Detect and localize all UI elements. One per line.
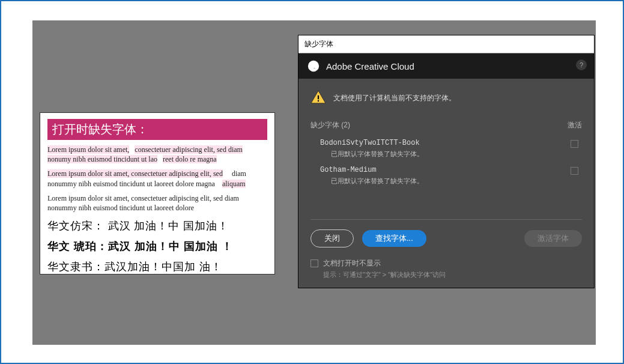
- font-substitution-note: 已用默认字体替换了缺失字体。: [320, 177, 423, 186]
- font-substitution-note: 已用默认字体替换了缺失字体。: [320, 150, 423, 159]
- missing-fonts-dialog: 缺少字体 Adobe Creative Cloud ? 文档使用了计算机当前不支…: [298, 35, 595, 288]
- font-name: Gotham-Medium: [320, 166, 423, 174]
- doc-paragraph-3: Lorem ipsum dolor sit amet, consectetuer…: [47, 193, 267, 213]
- document-title: 打开时缺失字体：: [47, 119, 267, 140]
- dialog-header-title: Adobe Creative Cloud: [326, 61, 414, 71]
- activate-column-header: 激活: [568, 120, 582, 130]
- activate-checkbox[interactable]: [571, 140, 578, 148]
- button-row: 关闭 查找字体... 激活字体: [310, 229, 582, 247]
- creative-cloud-icon: [307, 59, 320, 73]
- divider: [310, 219, 582, 220]
- doc-chinese-line-1: 华文仿宋： 武汉 加油！中 国加油！: [47, 219, 267, 233]
- dont-show-label: 文档打开时不显示: [323, 258, 446, 268]
- warning-icon: [310, 89, 326, 107]
- font-list-header: 缺少字体 (2) 激活: [310, 120, 582, 130]
- dialog-body: 文档使用了计算机当前不支持的字体。 缺少字体 (2) 激活 BodoniSvty…: [298, 79, 594, 288]
- doc-chinese-line-2: 华文 琥珀：武汉 加油！中 国加油 ！: [47, 239, 267, 253]
- warning-row: 文档使用了计算机当前不支持的字体。: [310, 89, 582, 107]
- svg-rect-0: [318, 96, 319, 100]
- warning-text: 文档使用了计算机当前不支持的字体。: [333, 93, 456, 103]
- close-button[interactable]: 关闭: [310, 229, 354, 247]
- help-button[interactable]: ?: [576, 59, 587, 70]
- find-fonts-button[interactable]: 查找字体...: [362, 230, 426, 247]
- dont-show-checkbox[interactable]: [310, 259, 318, 267]
- dialog-footer: 文档打开时不显示 提示：可通过"文字" > "解决缺失字体"访问: [310, 258, 582, 279]
- missing-fonts-count-label: 缺少字体 (2): [310, 120, 350, 130]
- activate-fonts-button: 激活字体: [524, 230, 582, 247]
- font-item: BodoniSvtyTwoITCTT-Book 已用默认字体替换了缺失字体。: [310, 135, 582, 162]
- font-name: BodoniSvtyTwoITCTT-Book: [320, 139, 423, 147]
- doc-paragraph-2: Lorem ipsum dolor sit amet, consectetuer…: [47, 169, 267, 188]
- hint-text: 提示：可通过"文字" > "解决缺失字体"访问: [323, 270, 446, 279]
- font-item: Gotham-Medium 已用默认字体替换了缺失字体。: [310, 162, 582, 189]
- doc-chinese-line-3: 华文隶书：武汉加油！中国加 油！: [47, 259, 267, 274]
- workspace: 打开时缺失字体： Lorem ipsum dolor sit amet, con…: [32, 20, 596, 345]
- activate-checkbox[interactable]: [571, 167, 578, 175]
- dialog-titlebar[interactable]: 缺少字体: [298, 35, 594, 53]
- dialog-header: Adobe Creative Cloud ?: [298, 53, 594, 79]
- document-preview: 打开时缺失字体： Lorem ipsum dolor sit amet, con…: [40, 112, 275, 275]
- doc-paragraph-1: Lorem ipsum dolor sit amet, consectetuer…: [47, 145, 267, 164]
- svg-rect-1: [318, 100, 319, 102]
